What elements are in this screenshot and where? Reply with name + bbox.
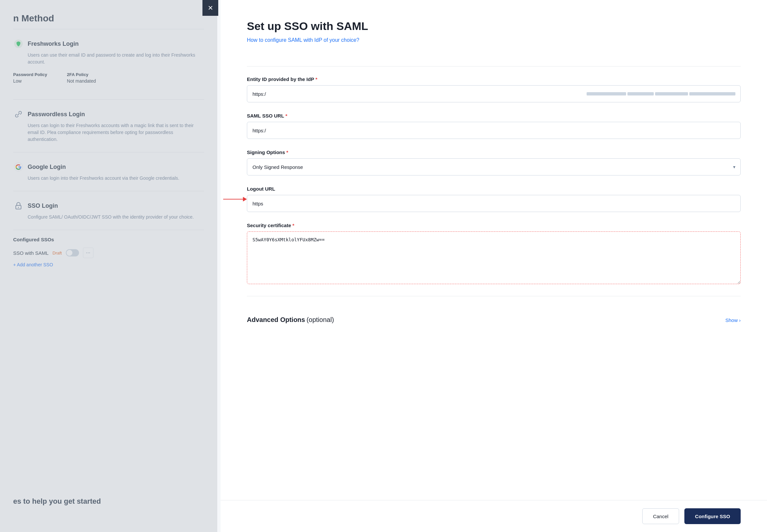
cancel-button[interactable]: Cancel — [642, 508, 679, 524]
saml-sso-url-label: SAML SSO URL * — [247, 113, 741, 119]
advanced-show-link[interactable]: Show › — [725, 317, 741, 323]
modal-panel: Set up SSO with SAML How to configure SA… — [221, 0, 767, 532]
modal-title: Set up SSO with SAML — [247, 20, 741, 33]
background-overlay — [0, 0, 217, 532]
arrow-line — [223, 199, 243, 199]
help-link[interactable]: How to configure SAML with IdP of your c… — [247, 37, 359, 43]
advanced-options-subtitle: (optional) — [306, 316, 334, 323]
saml-sso-url-required: * — [285, 113, 287, 119]
saml-sso-url-group: SAML SSO URL * — [247, 113, 741, 139]
entity-id-input-wrapper — [247, 85, 741, 102]
entity-id-redacted — [587, 92, 735, 95]
close-button[interactable]: ✕ — [202, 0, 218, 16]
entity-id-required: * — [315, 76, 317, 82]
signing-options-group: Signing Options * Only Signed Response O… — [247, 149, 741, 175]
configure-sso-button[interactable]: Configure SSO — [684, 508, 741, 524]
security-cert-group: Security certificate * S5wAY0Y6sXMtklolY… — [247, 223, 741, 285]
logout-url-group: Logout URL — [247, 186, 741, 212]
arrow-indicator — [223, 197, 247, 201]
advanced-options-section: Advanced Options (optional) Show › — [247, 306, 741, 333]
signing-options-select[interactable]: Only Signed Response Only Signed Asserti… — [247, 158, 741, 175]
advanced-options-title: Advanced Options — [247, 316, 305, 323]
divider-top — [247, 66, 741, 67]
signing-options-label: Signing Options * — [247, 149, 741, 155]
signing-options-required: * — [286, 149, 288, 155]
security-cert-textarea[interactable]: S5wAY0Y6sXMtklolYFUx8MZw== — [247, 231, 741, 284]
modal-footer: Cancel Configure SSO — [221, 500, 767, 532]
entity-id-group: Entity ID provided by the IdP * — [247, 76, 741, 102]
divider-bottom — [247, 296, 741, 296]
security-cert-label: Security certificate * — [247, 223, 741, 228]
arrow-head — [243, 197, 247, 201]
saml-sso-url-input[interactable] — [247, 122, 741, 139]
logout-url-label: Logout URL — [247, 186, 741, 192]
modal-content: Set up SSO with SAML How to configure SA… — [221, 0, 767, 500]
close-icon: ✕ — [208, 5, 213, 11]
signing-options-select-wrapper: Only Signed Response Only Signed Asserti… — [247, 158, 741, 175]
security-cert-required: * — [292, 223, 294, 228]
chevron-right-icon: › — [739, 317, 741, 323]
logout-url-input[interactable] — [247, 195, 741, 212]
entity-id-label: Entity ID provided by the IdP * — [247, 76, 741, 82]
